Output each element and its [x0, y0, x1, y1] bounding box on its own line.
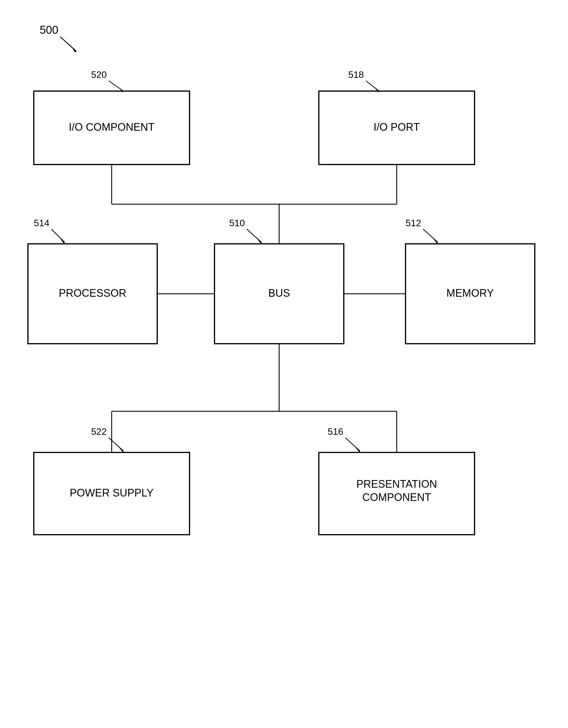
io-port-ref: 518 [348, 69, 364, 80]
svg-marker-1 [72, 48, 76, 52]
svg-line-0 [60, 37, 76, 51]
svg-marker-3 [119, 88, 123, 93]
svg-marker-5 [375, 88, 379, 93]
presentation-label-line2: COMPONENT [362, 491, 431, 503]
svg-line-14 [345, 438, 360, 451]
diagram-container: 500 520 I/O COMPONENT 518 I/O PORT 510 B… [0, 0, 568, 728]
presentation-ref: 516 [328, 426, 343, 437]
memory-label: MEMORY [446, 287, 494, 299]
memory-ref: 512 [406, 218, 421, 228]
io-component-label: I/O COMPONENT [69, 121, 155, 133]
power-supply-ref: 522 [91, 426, 107, 437]
processor-ref: 514 [34, 218, 49, 228]
io-port-label: I/O PORT [373, 121, 420, 133]
bus-label: BUS [268, 287, 290, 299]
io-component-ref: 520 [91, 69, 107, 80]
presentation-label-line1: PRESENTATION [356, 478, 437, 490]
power-supply-label: POWER SUPPLY [70, 487, 153, 499]
svg-line-10 [423, 229, 438, 242]
processor-label: PROCESSOR [59, 287, 126, 299]
svg-line-8 [51, 229, 65, 242]
svg-line-12 [109, 438, 123, 451]
main-ref-label: 500 [40, 24, 58, 36]
bus-ref: 510 [229, 218, 245, 228]
svg-line-6 [247, 229, 262, 242]
